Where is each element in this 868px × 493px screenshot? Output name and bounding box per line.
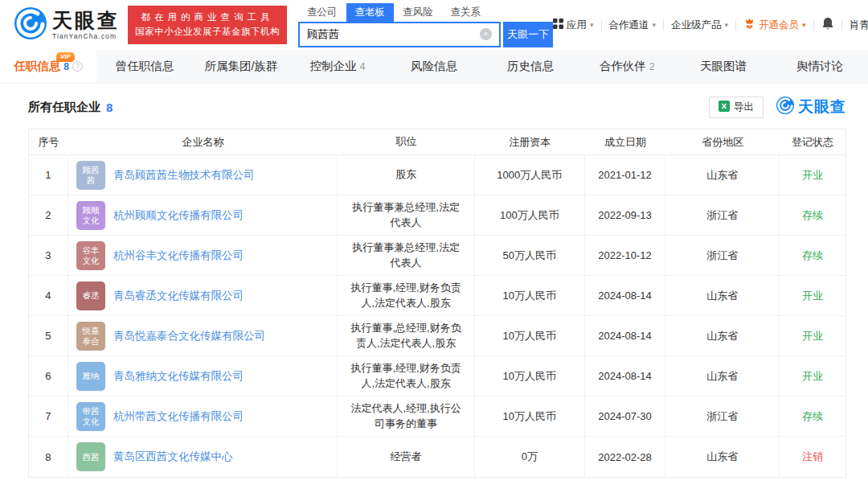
search-block: 查公司查老板查风险查关系 顾茜茜 天眼一下 xyxy=(298,3,553,47)
divider xyxy=(841,20,842,31)
watermark-text: 天眼查 xyxy=(798,97,846,117)
table-body: 1 顾茜茜 青岛顾茜茜生物技术有限公司 股东 1000万人民币 2021-01-… xyxy=(29,155,845,477)
banner-line1: 都在用的商业查询工具 xyxy=(135,10,280,25)
province: 山东省 xyxy=(665,437,780,477)
caret-down-icon xyxy=(725,21,729,29)
company-link[interactable]: 青岛顾茜茜生物技术有限公司 xyxy=(113,168,255,183)
registration-status: 注销 xyxy=(780,437,845,477)
export-button[interactable]: 导出 xyxy=(709,97,764,118)
company-logo[interactable]: 顾茜茜 xyxy=(76,161,105,190)
company-logo[interactable]: 睿丞 xyxy=(76,281,105,310)
tab-8[interactable]: 天眼图谱 xyxy=(675,50,772,83)
company-logo[interactable]: 雅纳 xyxy=(76,362,105,391)
tab-9[interactable]: 舆情讨论 xyxy=(772,50,868,83)
menu-enterprise-products[interactable]: 企业级产品 xyxy=(671,18,728,32)
search-input[interactable]: 顾茜茜 xyxy=(298,22,501,47)
province: 山东省 xyxy=(665,356,780,396)
position: 执行董事兼总经理,法定代表人 xyxy=(338,236,475,275)
company-logo[interactable]: 谷丰文化 xyxy=(76,241,105,270)
caret-down-icon xyxy=(802,21,806,29)
established-date: 2024-07-30 xyxy=(585,396,666,436)
company-logo[interactable]: 西茜 xyxy=(76,442,105,471)
row-index: 6 xyxy=(29,356,68,396)
header-position: 职位 xyxy=(338,131,475,153)
menu-apps-label: 应用 xyxy=(567,18,587,32)
tab-6[interactable]: 历史信息 xyxy=(482,50,579,83)
registration-status: 开业 xyxy=(780,356,845,396)
established-date: 2022-10-12 xyxy=(585,236,666,275)
excel-icon xyxy=(719,101,730,114)
search-tabs: 查公司查老板查风险查关系 xyxy=(298,3,553,22)
search-tab-4[interactable]: 查关系 xyxy=(442,3,490,22)
tab-5[interactable]: 风险信息 xyxy=(386,50,482,83)
tab-label: 控制企业 xyxy=(310,59,357,74)
tianyancha-page: 天眼查 TianYanCha.com 都在用的商业查询工具 国家中小企业发展子基… xyxy=(0,0,868,493)
tianyancha-swirl-icon xyxy=(776,97,794,117)
registered-capital: 50万人民币 xyxy=(475,236,585,275)
brand-name: 天眼查 xyxy=(52,10,120,31)
company-logo[interactable]: 带茜文化 xyxy=(76,402,105,431)
company-link[interactable]: 杭州带茜文化传播有限公司 xyxy=(113,409,244,424)
company-link[interactable]: 杭州顾顺文化传播有限公司 xyxy=(113,208,244,223)
tab-7[interactable]: 合作伙伴2 xyxy=(579,50,675,83)
row-index: 3 xyxy=(29,236,68,275)
company-link[interactable]: 黄岛区西茜文化传媒中心 xyxy=(113,450,233,464)
table-row: 2 顾顺文化 杭州顾顺文化传播有限公司 执行董事兼总经理,法定代表人 100万人… xyxy=(29,195,845,236)
tab-label: 所属集团/族群 xyxy=(204,59,277,74)
grid-icon xyxy=(553,18,563,31)
established-date: 2022-02-28 xyxy=(585,437,666,477)
caret-down-icon xyxy=(653,21,657,29)
menu-vip-upgrade[interactable]: 开通会员 xyxy=(743,18,806,32)
company-link[interactable]: 青岛雅纳文化传媒有限公司 xyxy=(113,369,244,384)
promo-banner: 都在用的商业查询工具 国家中小企业发展子基金旗下机构 xyxy=(128,6,287,44)
menu-apps[interactable]: 应用 xyxy=(553,18,594,32)
tab-1[interactable]: VIP任职信息8 xyxy=(0,50,96,83)
registered-capital: 10万人民币 xyxy=(475,356,585,396)
table-row: 8 西茜 黄岛区西茜文化传媒中心 经营者 0万 2022-02-28 山东省 注… xyxy=(29,437,845,477)
search-button[interactable]: 天眼一下 xyxy=(503,22,553,47)
established-date: 2022-09-13 xyxy=(585,195,666,235)
menu-partner-channel[interactable]: 合作通道 xyxy=(609,18,657,32)
crown-icon xyxy=(743,18,755,32)
tab-label: 舆情讨论 xyxy=(796,59,843,74)
company-logo[interactable]: 顾顺文化 xyxy=(76,201,105,230)
registered-capital: 10万人民币 xyxy=(475,316,585,355)
row-index: 2 xyxy=(29,195,68,235)
section-title: 所有任职企业 xyxy=(28,100,100,115)
tab-count: 8 xyxy=(63,61,69,72)
company-logo[interactable]: 悦嘉泰合 xyxy=(76,322,105,351)
registration-status: 开业 xyxy=(780,316,845,355)
company-link[interactable]: 青岛睿丞文化传媒有限公司 xyxy=(113,289,244,303)
position: 执行董事,经理,财务负责人,法定代表人,股东 xyxy=(338,276,475,315)
tab-count: 2 xyxy=(649,61,655,72)
table-row: 6 雅纳 青岛雅纳文化传媒有限公司 执行董事,经理,财务负责人,法定代表人,股东… xyxy=(29,356,845,396)
tab-count: 4 xyxy=(360,61,366,72)
tab-3[interactable]: 所属集团/族群 xyxy=(193,50,289,83)
position: 执行董事,经理,财务负责人,法定代表人,股东 xyxy=(338,356,475,396)
tab-2[interactable]: 曾任职信息 xyxy=(96,50,193,83)
header-date: 成立日期 xyxy=(585,135,666,150)
search-tab-3[interactable]: 查风险 xyxy=(394,3,442,22)
help-icon[interactable] xyxy=(72,61,83,72)
company-link[interactable]: 青岛悦嘉泰合文化传媒有限公司 xyxy=(113,329,265,343)
positions-table: 序号 企业名称 职位 注册资本 成立日期 省份地区 登记状态 1 顾茜茜 青岛顾… xyxy=(28,129,846,478)
section-head: 所有任职企业 8 导出 天眼查 xyxy=(28,95,846,119)
username: 肖青羽 xyxy=(850,18,868,32)
notification-bell[interactable] xyxy=(821,17,834,33)
tab-4[interactable]: 控制企业4 xyxy=(289,50,386,83)
row-index: 4 xyxy=(29,276,68,315)
brand-domain: TianYanCha.com xyxy=(52,33,120,40)
registered-capital: 100万人民币 xyxy=(475,195,585,235)
menu-user[interactable]: 肖青羽 xyxy=(850,18,868,32)
tianyancha-logo[interactable]: 天眼查 TianYanCha.com xyxy=(14,7,120,43)
caret-down-icon xyxy=(590,21,594,29)
divider xyxy=(735,20,736,31)
search-tab-1[interactable]: 查公司 xyxy=(298,3,346,22)
tianyancha-watermark: 天眼查 xyxy=(776,97,846,117)
clear-icon[interactable] xyxy=(480,28,492,40)
province: 浙江省 xyxy=(665,236,780,275)
header-company: 企业名称 xyxy=(68,135,338,150)
company-link[interactable]: 杭州谷丰文化传播有限公司 xyxy=(113,249,244,263)
province: 浙江省 xyxy=(665,195,780,235)
search-tab-2[interactable]: 查老板 xyxy=(346,3,395,22)
